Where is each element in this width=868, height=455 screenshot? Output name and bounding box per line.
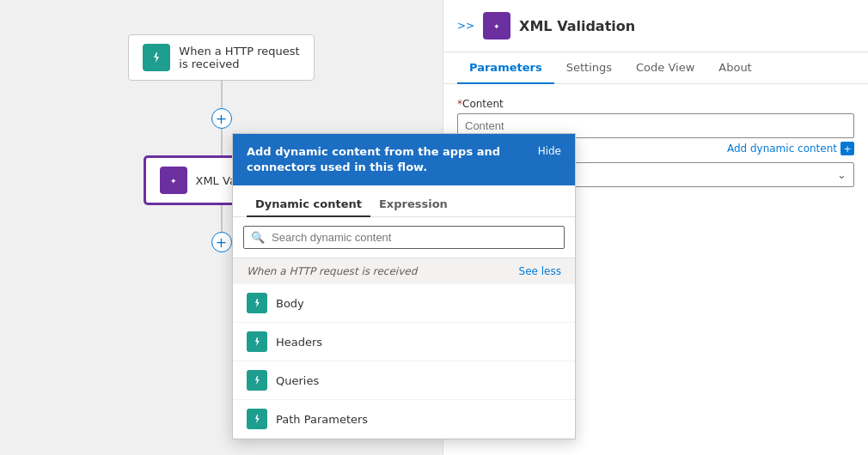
dynamic-item-headers[interactable]: Headers — [233, 323, 575, 361]
connector-1 — [221, 81, 223, 108]
dynamic-content-popup: Add dynamic content from the apps and co… — [232, 133, 576, 440]
search-input[interactable] — [272, 231, 557, 244]
dynamic-content-text[interactable]: Add dynamic content — [727, 143, 837, 155]
section-name: When a HTTP request is received — [247, 265, 417, 277]
popup-tab-dynamic[interactable]: Dynamic content — [247, 192, 370, 217]
http-trigger-label: When a HTTP request is received — [179, 45, 299, 70]
path-params-item-icon — [247, 409, 267, 429]
dynamic-content-plus: + — [840, 142, 854, 155]
dynamic-item-path-parameters[interactable]: Path Parameters — [233, 400, 575, 439]
tab-code-view[interactable]: Code View — [624, 52, 706, 84]
expand-icon[interactable]: >> — [457, 20, 474, 32]
tab-about[interactable]: About — [706, 52, 763, 84]
body-item-label: Body — [276, 297, 304, 310]
add-step-button-2[interactable]: + — [211, 232, 232, 252]
chevron-down-icon: ⌄ — [837, 168, 847, 181]
svg-text:✦: ✦ — [170, 177, 177, 185]
body-item-icon — [247, 293, 267, 313]
http-trigger-node[interactable]: When a HTTP request is received — [128, 34, 314, 81]
popup-header: Add dynamic content from the apps and co… — [233, 134, 575, 185]
tab-settings[interactable]: Settings — [554, 52, 624, 84]
connector-3 — [221, 204, 223, 232]
section-header: When a HTTP request is received See less — [233, 258, 575, 284]
panel-action-icon: ✦ — [483, 12, 510, 39]
svg-text:✦: ✦ — [493, 22, 500, 31]
see-less-button[interactable]: See less — [519, 265, 561, 277]
popup-tab-expression[interactable]: Expression — [370, 192, 456, 217]
search-icon: 🔍 — [251, 231, 265, 244]
search-container: 🔍 — [233, 217, 575, 258]
dynamic-item-body[interactable]: Body — [233, 284, 575, 323]
panel-header: >> ✦ XML Validation — [443, 0, 868, 52]
queries-item-label: Queries — [276, 374, 319, 387]
headers-item-icon — [247, 331, 267, 352]
content-field-label: *Content — [457, 98, 854, 110]
connector-2 — [221, 129, 223, 156]
add-step-button-1[interactable]: + — [211, 108, 232, 129]
search-box: 🔍 — [243, 226, 565, 249]
hide-button[interactable]: Hide — [538, 145, 561, 157]
dynamic-item-queries[interactable]: Queries — [233, 361, 575, 400]
http-trigger-icon — [143, 44, 170, 71]
popup-header-text: Add dynamic content from the apps and co… — [247, 144, 524, 175]
popup-tabs: Dynamic content Expression — [233, 185, 575, 217]
panel-tabs: Parameters Settings Code View About — [443, 52, 868, 84]
path-params-item-label: Path Parameters — [276, 413, 368, 426]
queries-item-icon — [247, 370, 267, 391]
headers-item-label: Headers — [276, 336, 322, 349]
panel-title: XML Validation — [519, 18, 635, 34]
tab-parameters[interactable]: Parameters — [457, 52, 554, 84]
xml-validation-icon: ✦ — [160, 167, 187, 194]
